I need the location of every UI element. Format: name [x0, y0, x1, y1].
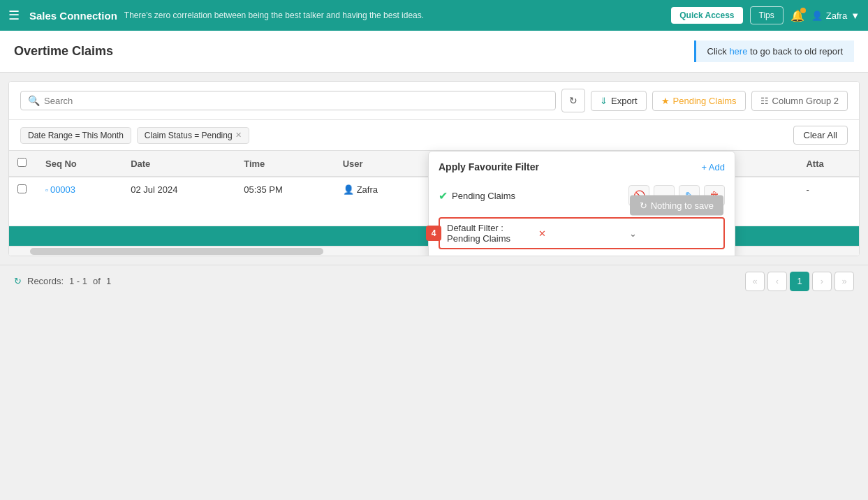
user-name: Zafra [826, 10, 847, 21]
user-cell: 👤 Zafra [334, 177, 427, 226]
atta-cell: - [797, 177, 859, 226]
prev-page-button[interactable]: ‹ [767, 272, 787, 291]
time-cell: 05:35 PM [235, 177, 334, 226]
pending-claims-button[interactable]: ★ Pending Claims [652, 91, 746, 111]
export-label: Export [611, 96, 638, 106]
old-report-suffix: to go back to old report [747, 46, 843, 57]
brand-name: Sales Connection [29, 10, 117, 22]
scroll-thumb [30, 248, 323, 255]
user-header: User [334, 151, 427, 177]
clear-default-filter-icon[interactable]: ✕ [538, 228, 626, 239]
page-1-button[interactable]: 1 [790, 272, 809, 291]
save-icon: ↻ [640, 200, 647, 211]
last-page-button[interactable]: » [834, 272, 854, 291]
fav-filter-title: Apply Favourite Filter [439, 161, 539, 172]
remove-claim-status-icon[interactable]: ✕ [235, 131, 242, 140]
records-label: Records: [27, 276, 64, 286]
pending-claims-label: Pending Claims [673, 96, 737, 106]
user-menu[interactable]: 👤 Zafra ▼ [811, 10, 860, 21]
main-content: 🔍 ↻ ⇓ Export ★ Pending Claims ☷ Column G… [0, 73, 868, 265]
tagline: There's zero correlation between being t… [124, 10, 664, 20]
atta-header: Atta [797, 151, 859, 177]
notification-dot [800, 8, 806, 13]
page-title: Overtime Claims [14, 44, 113, 59]
content-card: 🔍 ↻ ⇓ Export ★ Pending Claims ☷ Column G… [8, 81, 860, 256]
star-icon: ★ [661, 96, 670, 106]
records-value: 1 - 1 [69, 276, 87, 286]
time-header: Time [235, 151, 334, 177]
footer: ↻ Records: 1 - 1 of 1 « ‹ 1 › » [0, 265, 868, 297]
columns-icon: ☷ [760, 96, 769, 106]
favourite-filter-dropdown: Apply Favourite Filter + Add ✔ Pending C… [428, 151, 735, 256]
user-avatar-icon: 👤 [811, 10, 823, 21]
seq-no-value: 00003 [50, 184, 75, 195]
seq-no-header: Seq No [37, 151, 122, 177]
fav-filter-header: Apply Favourite Filter + Add [439, 161, 725, 172]
first-page-button[interactable]: « [745, 272, 765, 291]
seq-no-cell: ▫ 00003 [37, 177, 122, 226]
default-filter-wrapper: 4 Default Filter : Pending Claims ✕ ⌄ [439, 217, 725, 249]
user-icon: 👤 [343, 184, 354, 195]
default-filter-label: Default Filter : Pending Claims [447, 223, 534, 244]
nothing-save-label: Nothing to save [651, 200, 714, 211]
records-info: ↻ Records: 1 - 1 of 1 [14, 276, 111, 286]
topnav-right: Quick Access Tips 🔔 👤 Zafra ▼ [671, 6, 860, 24]
date-range-label: Date Range = This Month [28, 131, 124, 140]
clear-all-button[interactable]: Clear All [793, 126, 848, 145]
notification-bell-wrapper: 🔔 [790, 9, 804, 22]
claim-status-label: Claim Status = Pending [145, 131, 233, 140]
tips-button[interactable]: Tips [750, 6, 784, 24]
of-label: of [93, 276, 101, 286]
refresh-icon[interactable]: ↻ [14, 276, 22, 286]
old-report-banner: Click here to go back to old report [694, 41, 854, 62]
toolbar: 🔍 ↻ ⇓ Export ★ Pending Claims ☷ Column G… [9, 82, 859, 120]
top-navigation: ☰ Sales Connection There's zero correlat… [0, 0, 868, 31]
refresh-button[interactable]: ↻ [561, 89, 585, 112]
export-icon: ⇓ [600, 96, 608, 106]
export-button[interactable]: ⇓ Export [591, 91, 647, 111]
default-filter-select[interactable]: Default Filter : Pending Claims ✕ ⌄ [439, 217, 725, 249]
nothing-to-save-button: ↻ Nothing to save [630, 196, 723, 216]
date-range-filter[interactable]: Date Range = This Month [20, 127, 131, 144]
date-header: Date [122, 151, 235, 177]
total-value: 1 [106, 276, 111, 286]
column-group-button[interactable]: ☷ Column Group 2 [751, 91, 848, 111]
filters-row: Date Range = This Month Claim Status = P… [9, 120, 859, 151]
step-badge: 4 [426, 226, 441, 241]
seq-no-link[interactable]: ▫ 00003 [45, 184, 114, 195]
user-value: Zafra [357, 184, 378, 195]
row-checkbox-cell [9, 177, 37, 226]
fav-filter-item-label: Pending Claims [452, 191, 515, 201]
fav-filter-name: ✔ Pending Claims [439, 189, 515, 203]
pagination: « ‹ 1 › » [745, 272, 854, 291]
select-all-checkbox[interactable] [17, 158, 27, 167]
old-report-link[interactable]: here [729, 46, 747, 57]
external-link-icon: ▫ [45, 186, 48, 194]
next-page-button[interactable]: › [812, 272, 832, 291]
search-input[interactable] [44, 96, 548, 106]
chevron-down-icon[interactable]: ⌄ [629, 228, 716, 239]
claim-status-filter[interactable]: Claim Status = Pending ✕ [137, 127, 249, 144]
page-header: Overtime Claims Click here to go back to… [0, 31, 868, 73]
row-checkbox[interactable] [17, 184, 27, 193]
checkbox-column-header [9, 151, 37, 177]
search-icon: 🔍 [28, 95, 40, 106]
check-circle-icon: ✔ [439, 189, 448, 203]
add-filter-button[interactable]: + Add [701, 162, 725, 172]
column-group-label: Column Group 2 [772, 96, 839, 106]
old-report-text: Click [707, 46, 730, 57]
search-wrapper[interactable]: 🔍 [20, 91, 556, 110]
hamburger-icon[interactable]: ☰ [8, 8, 20, 23]
quick-access-button[interactable]: Quick Access [671, 7, 742, 24]
date-cell: 02 Jul 2024 [122, 177, 235, 226]
chevron-down-icon: ▼ [851, 10, 860, 21]
